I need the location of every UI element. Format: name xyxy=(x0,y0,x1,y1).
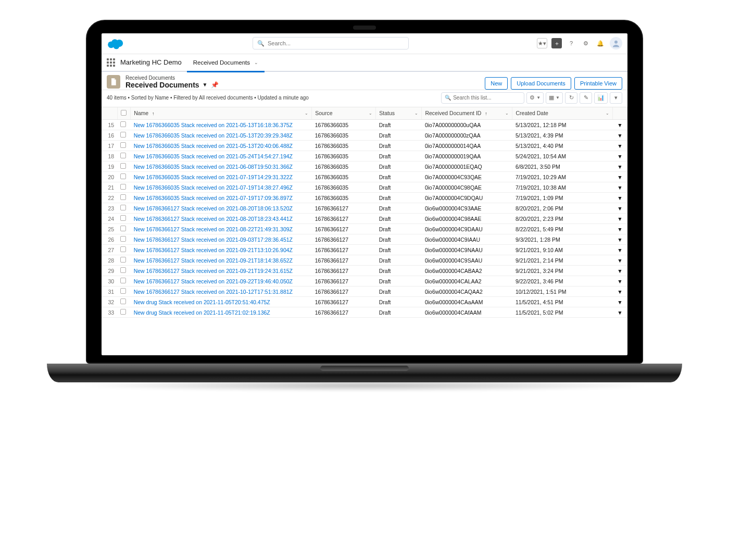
chevron-down-icon[interactable]: ⌄ xyxy=(369,111,372,116)
row-checkbox[interactable] xyxy=(120,163,126,169)
row-checkbox[interactable] xyxy=(120,132,126,138)
col-created-date[interactable]: Created Date ⌄ xyxy=(512,107,613,120)
record-link[interactable]: New drug Stack received on 2021-11-05T20… xyxy=(134,299,270,305)
list-search[interactable]: 🔍 Search this list... xyxy=(441,92,524,104)
record-link[interactable]: New 16786366127 Stack received on 2021-0… xyxy=(134,226,293,232)
list-view-selector[interactable]: Received Documents ▼ 📌 xyxy=(125,81,219,89)
col-name[interactable]: Name ↑ ⌄ xyxy=(131,107,312,120)
row-actions-button[interactable]: ▼ xyxy=(613,224,627,234)
row-actions-button[interactable]: ▼ xyxy=(613,297,627,307)
record-link[interactable]: New 16786366035 Stack received on 2021-0… xyxy=(134,184,293,191)
global-search[interactable]: 🔍 xyxy=(253,37,409,49)
chevron-down-icon[interactable]: ⌄ xyxy=(305,111,308,116)
notifications-bell-icon[interactable]: 🔔 xyxy=(595,38,606,48)
record-link[interactable]: New 16786366127 Stack received on 2021-0… xyxy=(134,268,293,274)
row-actions-button[interactable]: ▼ xyxy=(613,203,627,214)
row-checkbox[interactable] xyxy=(120,121,126,127)
col-select-all[interactable] xyxy=(117,107,131,120)
row-select[interactable] xyxy=(117,151,131,161)
record-link[interactable]: New 16786366127 Stack received on 2021-0… xyxy=(134,278,293,284)
favorites-button[interactable]: ★▾ xyxy=(537,38,547,48)
record-link[interactable]: New 16786366127 Stack received on 2021-0… xyxy=(134,237,293,243)
row-checkbox[interactable] xyxy=(120,257,126,263)
refresh-button[interactable]: ↻ xyxy=(565,92,577,104)
row-actions-button[interactable]: ▼ xyxy=(613,245,627,255)
record-link[interactable]: New 16786366035 Stack received on 2021-0… xyxy=(134,153,293,159)
app-launcher-icon[interactable] xyxy=(107,58,115,67)
record-link[interactable]: New 16786366035 Stack received on 2021-0… xyxy=(134,132,293,139)
row-actions-button[interactable]: ▼ xyxy=(613,255,627,266)
row-select[interactable] xyxy=(117,307,131,318)
row-actions-button[interactable]: ▼ xyxy=(613,182,627,193)
row-select[interactable] xyxy=(117,234,131,245)
row-select[interactable] xyxy=(117,245,131,255)
row-actions-button[interactable]: ▼ xyxy=(613,307,627,318)
record-link[interactable]: New 16786366127 Stack received on 2021-0… xyxy=(134,247,293,253)
row-actions-button[interactable]: ▼ xyxy=(613,287,627,297)
chevron-down-icon[interactable]: ⌄ xyxy=(505,111,509,116)
row-checkbox[interactable] xyxy=(120,278,126,283)
new-button[interactable]: New xyxy=(485,77,508,90)
row-select[interactable] xyxy=(117,172,131,182)
col-source[interactable]: Source ⌄ xyxy=(312,107,376,120)
row-checkbox[interactable] xyxy=(120,267,126,273)
printable-view-button[interactable]: Printable View xyxy=(574,77,622,90)
row-select[interactable] xyxy=(117,130,131,141)
row-checkbox[interactable] xyxy=(120,309,126,315)
row-checkbox[interactable] xyxy=(120,184,126,190)
record-link[interactable]: New drug Stack received on 2021-11-05T21… xyxy=(134,309,270,316)
chevron-down-icon[interactable]: ⌄ xyxy=(414,111,418,116)
row-select[interactable] xyxy=(117,297,131,307)
record-link[interactable]: New 16786366035 Stack received on 2021-0… xyxy=(134,143,293,149)
row-checkbox[interactable] xyxy=(120,288,126,294)
row-checkbox[interactable] xyxy=(120,236,126,242)
row-select[interactable] xyxy=(117,266,131,276)
upload-documents-button[interactable]: Upload Documents xyxy=(511,77,571,90)
row-select[interactable] xyxy=(117,193,131,203)
record-link[interactable]: New 16786366035 Stack received on 2021-0… xyxy=(134,195,293,201)
row-select[interactable] xyxy=(117,255,131,266)
global-actions-button[interactable]: ＋ xyxy=(551,38,562,48)
chart-button[interactable]: 📊 xyxy=(594,92,608,104)
record-link[interactable]: New 16786366035 Stack received on 2021-0… xyxy=(134,174,293,180)
avatar[interactable] xyxy=(610,37,622,49)
row-select[interactable] xyxy=(117,214,131,224)
record-link[interactable]: New 16786366035 Stack received on 2021-0… xyxy=(134,122,293,128)
record-link[interactable]: New 16786366035 Stack received on 2021-0… xyxy=(134,164,293,170)
row-select[interactable] xyxy=(117,141,131,151)
record-link[interactable]: New 16786366127 Stack received on 2021-0… xyxy=(134,216,293,222)
row-checkbox[interactable] xyxy=(120,298,126,304)
pin-icon[interactable]: 📌 xyxy=(211,81,219,89)
setup-gear-icon[interactable]: ⚙ xyxy=(581,38,591,48)
row-checkbox[interactable] xyxy=(120,226,126,231)
row-checkbox[interactable] xyxy=(120,142,126,148)
row-actions-button[interactable]: ▼ xyxy=(613,276,627,287)
row-actions-button[interactable]: ▼ xyxy=(613,193,627,203)
row-checkbox[interactable] xyxy=(120,215,126,221)
chevron-down-icon[interactable]: ⌄ xyxy=(606,111,609,116)
row-select[interactable] xyxy=(117,203,131,214)
record-link[interactable]: New 16786366127 Stack received on 2021-1… xyxy=(134,289,293,295)
row-select[interactable] xyxy=(117,287,131,297)
record-link[interactable]: New 16786366127 Stack received on 2021-0… xyxy=(134,257,293,264)
help-icon[interactable]: ? xyxy=(566,38,576,48)
row-checkbox[interactable] xyxy=(120,153,126,158)
row-actions-button[interactable]: ▼ xyxy=(613,234,627,245)
row-select[interactable] xyxy=(117,120,131,130)
col-status[interactable]: Status ⌄ xyxy=(376,107,422,120)
row-select[interactable] xyxy=(117,224,131,234)
row-actions-button[interactable]: ▼ xyxy=(613,130,627,141)
row-actions-button[interactable]: ▼ xyxy=(613,141,627,151)
inline-edit-button[interactable]: ✎ xyxy=(580,92,592,104)
row-checkbox[interactable] xyxy=(120,205,126,210)
display-as-button[interactable]: ▦▼ xyxy=(546,92,563,104)
list-view-controls-button[interactable]: ⚙▼ xyxy=(526,92,544,104)
col-document-id[interactable]: Received Document ID ↑ ⌄ xyxy=(422,107,512,120)
select-all-checkbox[interactable] xyxy=(121,110,127,116)
row-checkbox[interactable] xyxy=(120,194,126,200)
row-checkbox[interactable] xyxy=(120,173,126,179)
row-actions-button[interactable]: ▼ xyxy=(613,266,627,276)
row-actions-button[interactable]: ▼ xyxy=(613,151,627,161)
row-select[interactable] xyxy=(117,276,131,287)
row-actions-button[interactable]: ▼ xyxy=(613,120,627,130)
